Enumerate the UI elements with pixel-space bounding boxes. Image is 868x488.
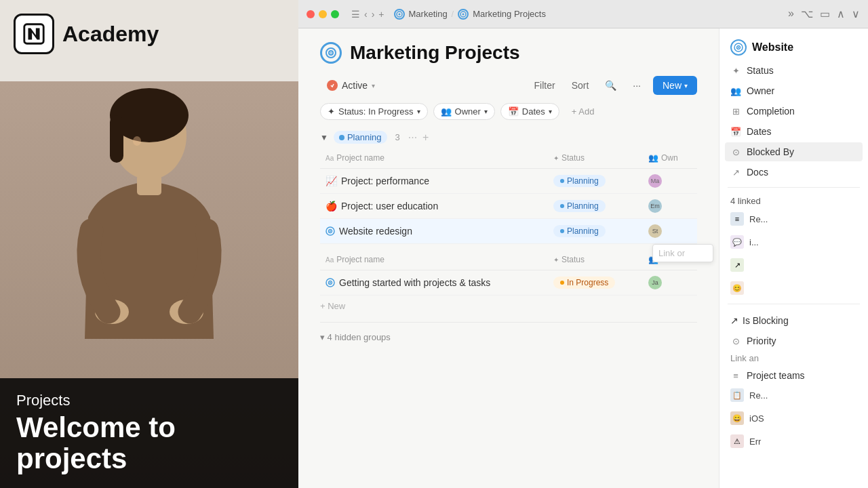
th-owner-icon: 👥 bbox=[648, 153, 658, 163]
linked-item[interactable]: 💬 i... bbox=[725, 232, 863, 252]
status-filter-chip[interactable]: ✦ Status: In Progress ▾ bbox=[320, 103, 428, 120]
group1-badge: Planning bbox=[334, 131, 387, 144]
th-status-icon: ✦ bbox=[553, 155, 559, 162]
breadcrumb-projects[interactable]: Marketing Projects bbox=[473, 9, 546, 19]
add-new-label: + New bbox=[320, 301, 345, 311]
overlay-subtitle: Projects bbox=[16, 392, 282, 409]
extra-item-3[interactable]: ⚠ Err bbox=[725, 431, 863, 451]
chevron-down-icon[interactable]: ∨ bbox=[852, 7, 860, 20]
table-header: Aa Project name ✦ Status 👥 Own bbox=[320, 148, 697, 169]
tree-icon[interactable]: ⌥ bbox=[801, 7, 813, 20]
expand-icon[interactable]: » bbox=[788, 7, 794, 20]
hidden-groups[interactable]: ▾ 4 hidden groups bbox=[320, 328, 697, 346]
th-name: Aa Project name bbox=[320, 150, 548, 165]
status-prop-label: Status bbox=[747, 65, 774, 76]
panel-divider-1 bbox=[728, 187, 860, 188]
add-new-row[interactable]: + New bbox=[320, 296, 697, 317]
group1-toggle[interactable]: ▼ bbox=[320, 133, 328, 142]
traffic-light-green[interactable] bbox=[331, 10, 339, 18]
filter-button[interactable]: Filter bbox=[530, 77, 559, 94]
status-filter-chevron: ▾ bbox=[417, 108, 420, 115]
linked-item[interactable]: ≡ Re... bbox=[725, 209, 863, 229]
extra-item-2[interactable]: 😄 iOS bbox=[725, 408, 863, 428]
row4-avatar: Ja bbox=[648, 276, 662, 289]
row2-icon: 🍎 bbox=[326, 201, 337, 211]
row4-name-cell: Getting started with projects & tasks bbox=[320, 272, 548, 293]
hamburger-icon[interactable]: ☰ bbox=[351, 9, 360, 20]
add-tab-icon[interactable]: + bbox=[378, 9, 384, 20]
prop-docs[interactable]: ↗ Docs bbox=[725, 163, 863, 182]
extra-item-2-icon: 😄 bbox=[730, 411, 744, 425]
sidebar-icon[interactable]: ▭ bbox=[820, 7, 830, 20]
blocking-icon: ↗ bbox=[730, 315, 738, 326]
extra-item-1[interactable]: 📋 Re... bbox=[725, 385, 863, 405]
project-teams-label: Project teams bbox=[747, 370, 805, 381]
forward-icon[interactable]: › bbox=[372, 9, 375, 20]
group1-dot bbox=[339, 135, 344, 140]
row1-status-badge: Planning bbox=[553, 175, 606, 187]
brand-header: Academy bbox=[14, 14, 159, 54]
group1-actions: ··· + bbox=[408, 131, 429, 144]
active-filter-button[interactable]: Active ▾ bbox=[320, 77, 382, 94]
row4-status-cell: In Progress bbox=[548, 271, 643, 294]
more-button[interactable]: ··· bbox=[629, 77, 645, 94]
prop-completion[interactable]: ⊞ Completion bbox=[725, 102, 863, 121]
table-row[interactable]: Website redesign Planning St bbox=[320, 219, 697, 244]
prop-project-teams[interactable]: ≡ Project teams bbox=[719, 366, 868, 385]
completion-prop-label: Completion bbox=[747, 106, 795, 117]
blocked-by-prop-label: Blocked By bbox=[747, 146, 794, 157]
svg-point-24 bbox=[738, 47, 739, 48]
table-header-2: Aa Project name ✦ Status 👥 Own bbox=[320, 249, 697, 270]
floating-input[interactable]: Link or bbox=[652, 244, 713, 262]
status-filter-label: Status: In Progress bbox=[338, 106, 414, 117]
chevron-up-icon[interactable]: ∧ bbox=[837, 7, 845, 20]
search-button[interactable]: 🔍 bbox=[601, 77, 620, 94]
linked-item[interactable]: 😊 bbox=[725, 278, 863, 298]
prop-priority[interactable]: ⊙ Priority bbox=[719, 331, 868, 350]
row1-icon: 📈 bbox=[326, 176, 337, 186]
owner-filter-chip[interactable]: 👥 Owner ▾ bbox=[433, 103, 495, 120]
prop-dates[interactable]: 📅 Dates bbox=[725, 122, 863, 141]
traffic-light-yellow[interactable] bbox=[319, 10, 327, 18]
page-icon bbox=[320, 42, 342, 64]
linked-item[interactable]: ↗ bbox=[725, 255, 863, 275]
new-button[interactable]: New ▾ bbox=[653, 76, 697, 95]
table-row[interactable]: 📈 Project: performance Planning Ma bbox=[320, 169, 697, 194]
prop-status[interactable]: ✦ Status bbox=[725, 61, 863, 80]
table-row[interactable]: Getting started with projects & tasks In… bbox=[320, 270, 697, 296]
panel-properties: ✦ Status 👥 Owner ⊞ Completion 📅 Dates bbox=[719, 61, 868, 182]
dates-filter-chevron: ▾ bbox=[549, 108, 552, 115]
dates-filter-chip[interactable]: 📅 Dates ▾ bbox=[500, 103, 559, 120]
add-filter-button[interactable]: + Add bbox=[565, 104, 601, 119]
dates-prop-label: Dates bbox=[747, 126, 772, 137]
row3-icon bbox=[326, 226, 335, 236]
panel-title: Website bbox=[752, 41, 793, 54]
status-prop-icon: ✦ bbox=[730, 65, 741, 76]
breadcrumb-separator: / bbox=[452, 9, 454, 19]
active-chevron-icon: ▾ bbox=[372, 82, 375, 89]
table-row[interactable]: 🍎 Project: user education Planning Em bbox=[320, 194, 697, 219]
th2-status: ✦ Status bbox=[548, 252, 643, 267]
row1-name: Project: performance bbox=[341, 176, 429, 186]
row1-status-cell: Planning bbox=[548, 169, 643, 192]
prop-blocked-by[interactable]: ⊙ Blocked By bbox=[725, 142, 863, 161]
group1-add-icon[interactable]: + bbox=[422, 131, 429, 144]
traffic-light-red[interactable] bbox=[307, 10, 315, 18]
row1-name-cell: 📈 Project: performance bbox=[320, 170, 548, 192]
dates-prop-icon: 📅 bbox=[730, 126, 741, 137]
page-title: Marketing Projects bbox=[350, 42, 520, 64]
browser-nav: ☰ ‹ › + bbox=[351, 9, 384, 20]
back-icon[interactable]: ‹ bbox=[364, 9, 368, 20]
prop-owner[interactable]: 👥 Owner bbox=[725, 81, 863, 100]
row3-status-badge: Planning bbox=[553, 225, 606, 237]
breadcrumb-marketing[interactable]: Marketing bbox=[409, 9, 448, 19]
breadcrumb-projects-icon bbox=[458, 9, 469, 20]
priority-prop-label: Priority bbox=[747, 336, 776, 346]
group1-more-icon[interactable]: ··· bbox=[408, 131, 417, 144]
th2-name: Aa Project name bbox=[320, 252, 548, 267]
owner-prop-icon: 👥 bbox=[730, 85, 741, 96]
row2-status-label: Planning bbox=[567, 201, 599, 211]
breadcrumb: Marketing / Marketing Projects bbox=[394, 9, 546, 20]
th-name-icon: Aa bbox=[326, 155, 334, 162]
sort-button[interactable]: Sort bbox=[568, 77, 593, 94]
